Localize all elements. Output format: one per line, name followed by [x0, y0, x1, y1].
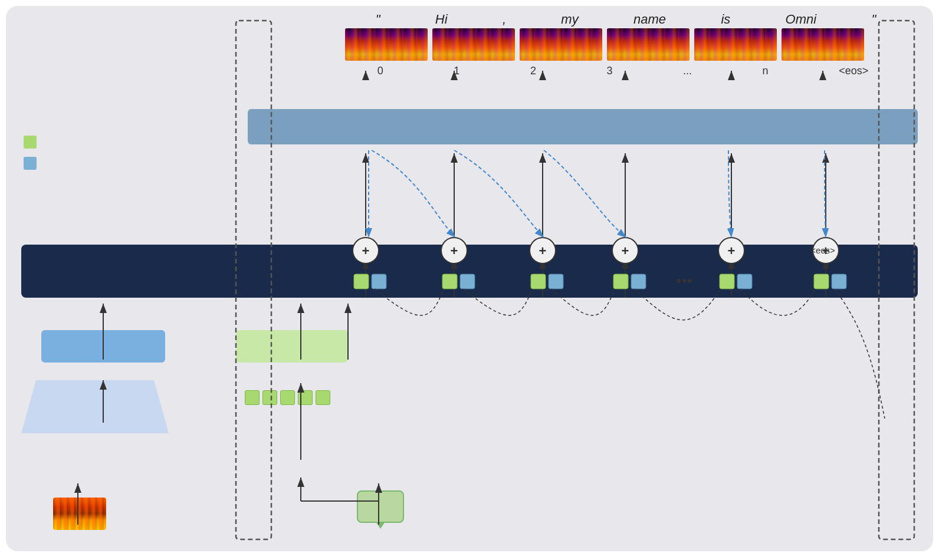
num-n: n — [763, 65, 769, 77]
text-tokens-legend — [24, 136, 44, 149]
text-token-color-box — [24, 136, 37, 149]
audio-adapter-box — [41, 330, 165, 363]
num-2: 2 — [530, 65, 536, 77]
quote-word-my: my — [561, 12, 578, 27]
num-3: 3 — [606, 65, 612, 77]
number-row: 0 1 2 3 ... n <eos> — [342, 65, 904, 77]
whisper-encoder-box — [21, 380, 169, 433]
token-g-5 — [316, 390, 330, 405]
whisper-encoder-section — [21, 380, 169, 433]
main-diagram: " Hi , my name is Omni " 0 1 2 3 ... n <… — [6, 6, 933, 551]
quote-mark-close: " — [872, 12, 876, 27]
token-g-4 — [298, 390, 313, 405]
spectrogram-3 — [607, 28, 690, 61]
token-g-3 — [280, 390, 295, 405]
spectrograms-row — [345, 28, 868, 61]
quote-word-hi: Hi — [435, 12, 448, 27]
wav-input-section — [53, 498, 106, 533]
llm-box — [21, 245, 918, 298]
num-1: 1 — [454, 65, 459, 77]
quote-mark-open: " — [376, 12, 380, 27]
quote-word-name: name — [633, 12, 666, 27]
spectrogram-n — [782, 28, 864, 61]
spectrogram-0 — [345, 28, 428, 61]
legend — [24, 136, 44, 178]
streaming-audio-decoding-box — [248, 109, 918, 144]
spectrogram-1 — [432, 28, 515, 61]
spectrogram-2 — [520, 28, 602, 61]
token-row-embedding — [245, 390, 330, 405]
embedding-box — [236, 330, 348, 363]
num-eos: <eos> — [839, 65, 868, 77]
audio-tokens-legend — [24, 157, 44, 170]
token-g-2 — [262, 390, 277, 405]
token-g-1 — [245, 390, 260, 405]
quote-row: " Hi , my name is Omni " — [348, 12, 904, 27]
wav-spectrogram — [53, 498, 106, 530]
text-input-section — [357, 490, 404, 533]
quote-word-is: is — [721, 12, 730, 27]
audio-token-color-box — [24, 157, 37, 170]
quote-word-omni: Omni — [786, 12, 817, 27]
num-0: 0 — [377, 65, 383, 77]
spectrogram-dots — [694, 28, 777, 61]
num-dots: ... — [683, 65, 692, 77]
text-bubble — [357, 490, 404, 523]
quote-comma: , — [503, 12, 506, 27]
